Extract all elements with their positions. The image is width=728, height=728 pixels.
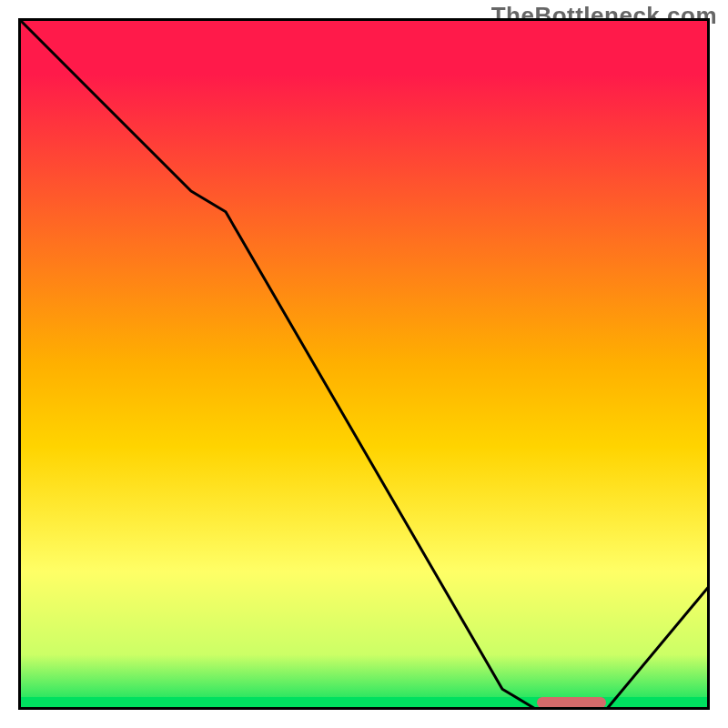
chart-plot [18,18,710,710]
optimal-range-marker [537,697,606,708]
chart-wrapper: TheBottleneck.com [0,0,728,728]
chart-svg [18,18,710,710]
